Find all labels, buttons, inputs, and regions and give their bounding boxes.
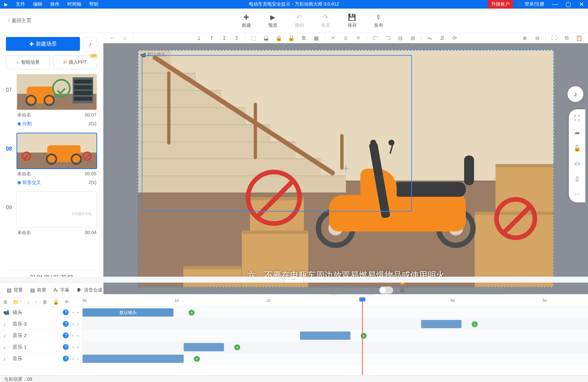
undo-button[interactable]: ↶撤销 (295, 13, 304, 28)
export-icon[interactable]: ➦ (573, 129, 581, 137)
keyframe-add-icon[interactable]: + (194, 356, 200, 362)
track-row-m1[interactable]: + (83, 341, 588, 353)
new-scene-button[interactable]: ✚ 新建场景 (6, 37, 80, 51)
help-icon[interactable]: ? (63, 344, 69, 350)
add-folder-icon[interactable]: 📁⁺ (13, 299, 22, 305)
selection-box[interactable] (142, 55, 412, 212)
publish-button[interactable]: ⇪发布 (374, 13, 383, 28)
floating-music-button[interactable]: ♪ (568, 86, 583, 102)
track-music-3[interactable]: ♪音乐 3?•• (0, 318, 82, 330)
menu-file[interactable]: 文件 (12, 1, 29, 7)
add-layer-icon[interactable]: ⊞ (3, 299, 8, 305)
portrait-icon[interactable]: ▯ (573, 175, 581, 183)
save-button[interactable]: 💾保存 (348, 13, 357, 28)
insert-ppt-button[interactable]: P插入PPTVIP (53, 55, 97, 69)
tts-button[interactable]: 🗣语音合成 (73, 285, 106, 295)
more-icon[interactable]: ⋯ (573, 190, 581, 198)
center-h-icon[interactable]: ⊟ (395, 33, 406, 43)
landscape-icon[interactable]: ▭ (573, 159, 581, 167)
scene-thumbnail[interactable] (17, 133, 97, 169)
rotate-icon[interactable]: ⟳ (449, 33, 460, 43)
playhead[interactable] (362, 297, 363, 375)
unlock-icon[interactable]: 🔓 (286, 33, 297, 43)
stage[interactable]: 六、不要在电瓶车周边放置易燃易爆物品或使用明火 📹 默认镜头 (138, 50, 554, 288)
paste-icon[interactable]: 📋 (573, 33, 585, 43)
time-ruler[interactable]: 0s 1s 2s 3s 4s 5s (83, 297, 588, 307)
home-icon[interactable]: ⌂ (119, 33, 130, 43)
keyframe-add-icon[interactable]: + (472, 321, 478, 327)
zoom-in-icon[interactable]: ⊕ (519, 33, 530, 43)
visibility-icon[interactable]: 👁 (64, 299, 69, 305)
move-down-track-icon[interactable]: ↓ (27, 299, 30, 305)
canvas-stage[interactable]: 六、不要在电瓶车周边放置易燃易爆物品或使用明火 📹 默认镜头 ♪ ⛶ ➦ 🔓 ▭… (103, 43, 588, 294)
track-camera[interactable]: 📹镜头?•• (0, 307, 82, 318)
marker-button[interactable]: ⊞ (397, 285, 408, 295)
audio-clip[interactable] (300, 331, 350, 340)
help-icon[interactable]: ? (63, 332, 69, 338)
flip-v-icon[interactable]: ⇵ (437, 33, 448, 43)
audio-clip[interactable] (421, 320, 461, 328)
audio-clip[interactable] (83, 355, 184, 363)
track-row-m[interactable]: + (83, 353, 588, 365)
menu-edit[interactable]: 编辑 (29, 1, 46, 7)
align-left-icon[interactable]: ≡ (328, 33, 339, 43)
redo-button[interactable]: ↷恢复 (321, 13, 330, 28)
menu-operate[interactable]: 操作 (46, 1, 63, 7)
help-icon[interactable]: ? (63, 321, 69, 327)
ungroup-icon[interactable]: ⬓ (261, 33, 272, 43)
timeline-collapse-handle[interactable]: ﹀ (284, 277, 304, 283)
align-bottom-icon[interactable]: ⤓ (194, 33, 205, 43)
fullscreen-icon[interactable]: ⛶ (573, 114, 581, 122)
back-arrow-icon[interactable]: ← (107, 33, 118, 43)
maximize-button[interactable]: ▢ (562, 1, 575, 8)
upgrade-account-button[interactable]: 升级账户 (488, 0, 513, 9)
align-top-icon[interactable]: ⤒ (206, 33, 217, 43)
flip-h-icon[interactable]: ⇋ (424, 33, 435, 43)
help-icon[interactable]: ? (63, 309, 69, 315)
track-row-m2[interactable]: + (83, 330, 588, 341)
camera-clip[interactable]: 默认镜头 (83, 308, 173, 317)
minimize-button[interactable]: — (548, 1, 562, 8)
layer-icon[interactable]: ▦ (311, 33, 322, 43)
back-home-button[interactable]: 〈 返回主页 (0, 17, 37, 24)
lock-icon[interactable]: 🔒 (273, 33, 284, 43)
scene-item-08[interactable]: 08 未命名00:05 ◉ 矩形交叉2(s) (6, 133, 97, 188)
menu-help[interactable]: 帮助 (85, 1, 102, 7)
lock-track-icon[interactable]: 🔒 (53, 299, 59, 305)
preview-button[interactable]: ▶预览 (268, 13, 277, 28)
music-button[interactable]: ♪ (83, 37, 97, 51)
scene-item-07[interactable]: 07 未命名00: (6, 74, 97, 129)
move-down-icon[interactable]: ↧ (219, 33, 230, 43)
transition-label[interactable]: ◉ 矩形交叉 (17, 180, 41, 186)
close-button[interactable]: ✕ (575, 1, 588, 8)
move-up-icon[interactable]: ↥ (231, 33, 242, 43)
track-area[interactable]: 0s 1s 2s 3s 4s 5s 默认镜头 + + + (83, 297, 588, 375)
center-v-icon[interactable]: ⊞ (407, 33, 419, 43)
audio-clip[interactable] (184, 343, 224, 351)
track-music[interactable]: ♪音乐?•• (0, 353, 82, 365)
transition-label[interactable]: ◉ 分割 (17, 121, 32, 127)
ai-scene-button[interactable]: ⟐智能场景 (6, 55, 50, 69)
distribute-v-icon[interactable]: ⫎ (382, 33, 393, 43)
subtitle-button[interactable]: Aᵢ字幕 (50, 285, 73, 295)
track-music-1[interactable]: ♪音乐 1?•• (0, 341, 82, 353)
copy-icon[interactable]: ⧉ (561, 33, 572, 43)
keyframe-add-icon[interactable]: + (361, 333, 367, 339)
move-up-track-icon[interactable]: ↑ (35, 299, 38, 305)
track-music-2[interactable]: ♪音乐 2?•• (0, 330, 82, 341)
scene-item-09[interactable]: 09 在电瓶车充电... 未命名00:04 (6, 191, 97, 236)
track-row-m3[interactable]: + (83, 318, 588, 330)
delete-track-icon[interactable]: 🗑 (43, 299, 48, 305)
snap-toggle[interactable] (379, 287, 393, 294)
align-right-icon[interactable]: ≡ (353, 33, 364, 43)
help-icon[interactable]: ? (63, 356, 69, 362)
delete-icon[interactable]: 🗑 (298, 33, 310, 43)
background-button[interactable]: ▨背景 (3, 285, 26, 295)
fit-icon[interactable]: ⛶ (548, 33, 560, 43)
unlock-tool-icon[interactable]: 🔓 (573, 144, 581, 152)
track-row-camera[interactable]: 默认镜头 + (83, 307, 588, 318)
align-center-icon[interactable]: ≣ (340, 33, 351, 43)
menu-timeline[interactable]: 时间轴 (63, 1, 85, 7)
keyframe-add-icon[interactable]: + (189, 310, 195, 316)
scene-thumbnail[interactable] (17, 74, 97, 110)
